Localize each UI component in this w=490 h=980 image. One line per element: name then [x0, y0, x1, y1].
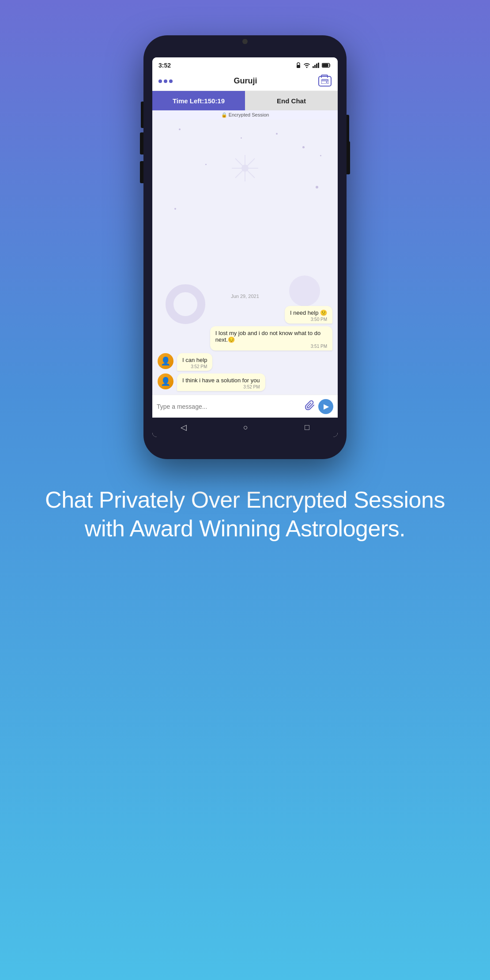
svg-rect-7: [321, 79, 328, 84]
svg-point-8: [326, 81, 328, 83]
svg-rect-4: [318, 63, 319, 68]
planet-decoration: [289, 275, 320, 306]
wifi-icon: [303, 63, 310, 68]
status-bar: 3:52: [152, 57, 338, 72]
chat-tabs: Time Left:150:19 End Chat: [152, 91, 338, 110]
power-button: [347, 141, 350, 174]
nav-menu-dots[interactable]: [158, 79, 173, 83]
status-icons: [296, 62, 332, 68]
message-input[interactable]: [157, 403, 302, 410]
svg-line-12: [235, 158, 255, 178]
message-4-container: 👤 I think i have a solution for you 3:52…: [158, 373, 332, 391]
recents-button[interactable]: □: [305, 423, 309, 432]
svg-rect-2: [314, 65, 316, 68]
tab-timer[interactable]: Time Left:150:19: [152, 91, 245, 110]
message-3-container: 👤 I can help 3:52 PM: [158, 353, 332, 371]
volume-down-button: [140, 161, 143, 183]
input-bar: ▶: [152, 395, 338, 418]
svg-rect-6: [323, 64, 328, 67]
avatar-3: 👤: [158, 353, 173, 369]
status-time: 3:52: [158, 62, 171, 69]
bottom-tagline: Chat Privately Over Encrypted Sessions w…: [0, 486, 490, 543]
bottom-nav: ◁ ○ □: [152, 418, 338, 437]
message-1: I need help 🙁 3:50 PM: [285, 306, 332, 324]
battery-icon: [322, 63, 332, 68]
notch-camera: [242, 39, 248, 44]
message-3: I can help 3:52 PM: [177, 353, 212, 371]
message-1-text: I need help 🙁: [290, 309, 327, 316]
tab-end-chat[interactable]: End Chat: [245, 91, 338, 110]
message-3-text: I can help: [182, 357, 207, 363]
svg-rect-1: [313, 66, 314, 68]
volume-up-button: [140, 132, 143, 155]
phone-outer: 3:52: [143, 35, 347, 459]
message-4-time: 3:52 PM: [182, 384, 260, 389]
message-2-text: I lost my job and i do not know what to …: [215, 330, 327, 343]
svg-rect-3: [316, 64, 317, 68]
home-button[interactable]: ○: [243, 423, 248, 432]
svg-line-13: [235, 158, 255, 178]
message-3-time: 3:52 PM: [182, 364, 207, 369]
encrypted-session-label: 🔒 Encrypted Session: [152, 110, 338, 120]
message-1-time: 3:50 PM: [290, 317, 327, 322]
signal-icon: [313, 63, 320, 68]
avatar-4: 👤: [158, 373, 173, 389]
svg-point-9: [241, 165, 249, 172]
phone-screen: 3:52: [152, 57, 338, 437]
send-button[interactable]: ▶: [318, 399, 333, 414]
message-4-text: I think i have a solution for you: [182, 377, 260, 384]
date-divider: Jun 29, 2021: [152, 294, 338, 299]
svg-rect-0: [297, 65, 300, 68]
notch: [214, 35, 276, 48]
lock-icon: [296, 62, 301, 68]
attach-icon[interactable]: [305, 400, 315, 412]
message-2: I lost my job and i do not know what to …: [210, 326, 332, 351]
message-4: I think i have a solution for you 3:52 P…: [177, 373, 265, 391]
messages-container: I need help 🙁 3:50 PM I lost my job and …: [152, 302, 338, 395]
message-2-time: 3:51 PM: [215, 344, 327, 349]
wallet-icon[interactable]: [318, 76, 332, 87]
chat-area: Jun 29, 2021 I need help 🙁 3:50 PM I los…: [152, 120, 338, 395]
starburst-decoration: [232, 155, 258, 181]
nav-bar: Guruji: [152, 72, 338, 91]
back-button[interactable]: ◁: [181, 422, 187, 432]
phone-wrapper: 3:52: [143, 35, 347, 459]
nav-title: Guruji: [234, 76, 257, 86]
